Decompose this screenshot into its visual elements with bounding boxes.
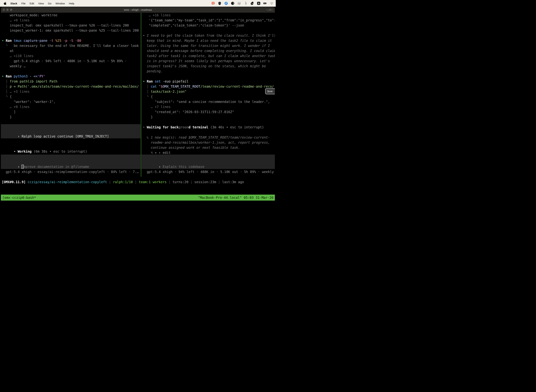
segment-gray: (3m 46s • esc to interrupt) — [208, 125, 264, 129]
segment-italic: • I need to get the claim token from the… — [143, 33, 275, 37]
segment-tree: └ — [143, 95, 151, 98]
menu-item-help[interactable]: Help — [69, 2, 74, 5]
app-grid-icon[interactable] — [237, 2, 241, 5]
segment-var: OMX_TEAM_STATE_ROOT — [163, 84, 201, 88]
menu-app-name[interactable]: Slack — [10, 2, 17, 5]
segment-gray: } — [143, 115, 153, 119]
terminal-line: … +9 lines — [2, 104, 140, 109]
terminal-line: └ { — [2, 94, 140, 99]
snake-icon[interactable] — [244, 2, 248, 5]
segment-gray: inspect_worker-1: omx sparkshell --tmux-… — [2, 28, 139, 32]
terminal-line: … +16 lines — [143, 13, 275, 18]
terminal-line: later. Using the same for transition mig… — [143, 43, 275, 48]
segment-dim: … +3 lines — [10, 89, 29, 93]
segment-dim: … +16 lines — [143, 13, 171, 17]
terminal-line: └ { — [143, 94, 275, 99]
segment-gray: turns:20 — [172, 180, 188, 184]
segment-italic: task2 after task1 is complete, but can I… — [143, 54, 275, 58]
window-title: omx --xhigh --madmax — [1, 7, 275, 13]
segment-bullet: • — [143, 79, 147, 83]
segment-tree: │ — [2, 89, 10, 93]
menu-item-edit[interactable]: Edit — [29, 2, 34, 5]
terminal-line: │ p = Path('.omx/state/team/review-curre… — [2, 84, 140, 89]
right-prompt-input[interactable]: › Explain this codebase — [142, 154, 275, 169]
segment-dim: … +7 lines — [143, 105, 171, 109]
menu-left: Slack File Edit View Go Window Help — [0, 2, 74, 5]
terminal-line — [143, 28, 275, 33]
segment-italic: ↳ 1 new msg(s): read $OMX_TEAM_STATE_ROO… — [143, 135, 270, 139]
segment-italic: continue assigned work or next feasible … — [143, 146, 240, 149]
segment-green: tasks/task-2.json" — [151, 89, 187, 93]
battery-icon[interactable] — [263, 2, 267, 5]
speed-test-icon[interactable] — [224, 2, 228, 5]
terminal-line: • Ran set -euo pipefail — [143, 79, 275, 84]
left-pane-output: workspace_mode: worktree … +9 lines insp… — [2, 13, 140, 120]
terminal-line: │ cat "$OMX_TEAM_STATE_ROOT/team/review-… — [143, 84, 275, 89]
terminal-line: inspect task2's JSON, focusing on the st… — [143, 64, 275, 69]
segment-gray: last:3m ago — [222, 180, 244, 184]
segment-tree: │ — [2, 79, 10, 83]
menu-item-window[interactable]: Window — [56, 2, 65, 5]
segment-dim: … +9 lines — [2, 18, 29, 22]
terminal-line: '{"team_name":"my-team","task_id":"1","f… — [143, 18, 275, 23]
segment-orange: %25 — [55, 39, 63, 42]
terminal-window: omx --xhigh --madmax ⌥⌘1 workspace_mode:… — [1, 7, 275, 202]
terminal-line: task2 after task1 is complete, but can I… — [143, 53, 275, 58]
right-model-statusline: gpt-5.4 xhigh · 94% left · 488K in · 5.1… — [143, 169, 275, 174]
segment-tree: │ — [2, 84, 10, 88]
badge-count-label: ..61 — [251, 3, 253, 5]
menu-item-go[interactable]: Go — [48, 2, 51, 5]
segment-italic: keep that in mind. Maybe I also need the… — [143, 39, 272, 42]
segment-bullet: • — [2, 39, 6, 42]
segment-pink: $ — [161, 84, 163, 88]
terminal-line: keep that in mind. Maybe I also need the… — [143, 38, 275, 43]
working-status: • Working (6m 38s • esc to interrupt) — [2, 144, 87, 149]
tmux-session-label: [omx-cczip0:bash* — [1, 195, 38, 201]
segment-blue: cat — [151, 84, 159, 88]
apple-icon — [4, 2, 7, 5]
menu-item-file[interactable]: File — [21, 2, 25, 5]
segment-green: from pathlib import Path — [10, 79, 57, 83]
segment-gray: "created_at": "2026-03-31T11:59:27.816Z" — [143, 110, 234, 114]
chat-badge-icon[interactable] — [211, 2, 215, 5]
wifi-icon[interactable] — [270, 2, 274, 5]
segment-green: /team/review-current-readme-and-reco/ — [200, 84, 274, 88]
left-prompt-input[interactable]: › Improve documentation in @filename — [1, 154, 140, 169]
segment-gray: { — [151, 95, 153, 98]
pane-divider[interactable] — [141, 13, 141, 177]
segment-gray: "subject": "send a concise recommendatio… — [143, 100, 270, 104]
segment-gray: session:23m — [194, 180, 216, 184]
omx-session-statusline: [OMX#0.11.9] cczip/essay/ai-reimplementa… — [2, 179, 244, 185]
segment-gray: be necessary for the end of the README. … — [14, 44, 139, 48]
segment-blue: tmux — [14, 39, 24, 42]
segment-tree: └ — [2, 44, 14, 48]
ralph-loop-text: Ralph loop active continue [OMX_TMUX_INJ… — [22, 134, 109, 138]
screenshot-tooltip: Scre — [265, 88, 275, 94]
segment-gray: "completed","claim_token":"claim-token"}… — [143, 23, 244, 27]
segment-white: Ran — [6, 39, 14, 42]
window-titlebar[interactable]: omx --xhigh --madmax ⌥⌘1 — [1, 7, 275, 13]
keyboard-layout-icon[interactable]: A — [257, 2, 261, 5]
apple-menu[interactable] — [3, 2, 7, 5]
segment-tree: │ — [143, 89, 151, 93]
menu-item-view[interactable]: View — [38, 2, 44, 5]
session-count-badge[interactable]: ..61 — [250, 2, 254, 5]
segment-gray: '{"team_name":"my-team","task_id":"1","f… — [143, 18, 275, 22]
segment-whiteplain: -euo pipefail — [163, 79, 188, 83]
segment-ver: [OMX#0.11.9] — [2, 180, 28, 184]
terminal-line: … +7 lines — [143, 104, 275, 109]
segment-green: p = Path('.omx/state/team/review-current… — [10, 84, 139, 88]
moon-icon[interactable] — [231, 2, 234, 5]
terminal-line: pending. — [143, 69, 275, 74]
terminal-line: gpt-5.4 xhigh · 94% left · 488K in · 5.1… — [2, 58, 140, 64]
segment-white: d terminal — [188, 125, 208, 129]
segment-gray: ⌥ + ↑ edit — [143, 151, 171, 154]
segment-shimmer: groun — [178, 125, 188, 129]
terminal-line: … +110 lines — [2, 53, 140, 58]
working-detail: (6m 38s • esc to interrupt) — [31, 149, 87, 153]
tmux-status-bar: [omx-cczip0:bash* "MacBook-Pro-44.local"… — [1, 195, 275, 201]
terminal-line: ↳ 1 new msg(s): read $OMX_TEAM_STATE_ROO… — [143, 135, 275, 140]
shield-grid-icon[interactable] — [218, 2, 222, 5]
segment-dim: … +110 lines — [2, 54, 34, 58]
terminal-line: ] — [2, 109, 140, 115]
